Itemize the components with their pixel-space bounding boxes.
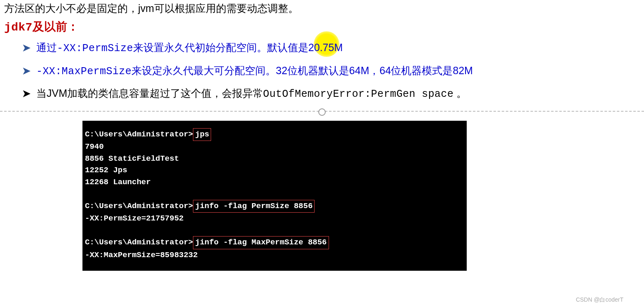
flag-text: -XX:MaxPermSize (36, 66, 132, 77)
list-item: ➤ 通过-XX:PermSize来设置永久代初始分配空间。默认值是20.75M (22, 39, 640, 58)
divider (0, 108, 644, 115)
list-item-text: 通过-XX:PermSize来设置永久代初始分配空间。默认值是20.75M (36, 39, 640, 58)
term-line: 12252 Jps (85, 164, 464, 176)
term-cmd-box: jinfo -flag MaxPermSize 8856 (193, 236, 329, 249)
term-prompt: C:\Users\Administrator> (85, 238, 193, 247)
title-mono: jdk7 (4, 21, 33, 34)
term-line: -XX:PermSize=21757952 (85, 213, 464, 225)
flag-text: -XX:PermSize (57, 42, 133, 54)
val-part1: 20. (308, 42, 323, 53)
val-part2: 75M (323, 42, 343, 53)
text-suffix: 。 (454, 87, 467, 99)
term-line: 8856 StaticFieldTest (85, 153, 464, 165)
term-line: 7940 (85, 141, 464, 153)
watermark-text: CSDN @白coderT (576, 296, 623, 304)
list-item: ➤ 当JVM加载的类信息容量超过了这个值，会报异常OutOfMemoryErro… (22, 84, 640, 103)
error-text: OutOfMemoryError:PermGen space (263, 88, 454, 100)
term-cmd-box: jinfo -flag PermSize 8856 (193, 200, 315, 213)
term-line: -XX:MaxPermSize=85983232 (85, 249, 464, 261)
bullet-list: ➤ 通过-XX:PermSize来设置永久代初始分配空间。默认值是20.75M … (4, 39, 640, 103)
term-prompt: C:\Users\Administrator> (85, 130, 193, 139)
divider-handle-icon[interactable] (318, 108, 326, 116)
bullet-icon: ➤ (22, 40, 31, 56)
text-mid: 来设定永久代最大可分配空间。32位机器默认是64M，64位机器模式是82M (132, 65, 473, 76)
term-cmd-box: jps (193, 128, 211, 141)
text-mid: 来设置永久代初始分配空间。默认值是 (133, 42, 308, 53)
text-prefix: 当JVM加载的类信息容量超过了这个值，会报异常 (36, 87, 263, 99)
list-item-text: 当JVM加载的类信息容量超过了这个值，会报异常OutOfMemoryError:… (36, 84, 640, 103)
term-prompt: C:\Users\Administrator> (85, 202, 193, 211)
bullet-icon: ➤ (22, 85, 31, 102)
list-item: ➤ -XX:MaxPermSize来设定永久代最大可分配空间。32位机器默认是6… (22, 62, 640, 81)
intro-text: 方法区的大小不必是固定的，jvm可以根据应用的需要动态调整。 (4, 0, 640, 16)
terminal-output: C:\Users\Administrator>jps 7940 8856 Sta… (82, 121, 467, 271)
term-line: 12268 Launcher (85, 176, 464, 188)
highlight-cursor: 75M (323, 39, 343, 56)
text-prefix: 通过 (36, 42, 57, 53)
section-title: jdk7及以前： (4, 19, 640, 35)
title-cn: 及以前： (33, 20, 79, 33)
list-item-text: -XX:MaxPermSize来设定永久代最大可分配空间。32位机器默认是64M… (36, 62, 640, 81)
bullet-icon: ➤ (22, 63, 31, 80)
